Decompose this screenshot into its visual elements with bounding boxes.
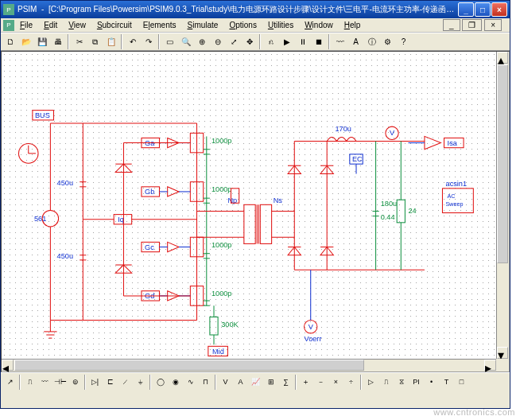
stop-button[interactable]: ⏹: [311, 34, 326, 49]
inductor-icon: 170u: [327, 125, 356, 141]
svg-text:V: V: [390, 129, 395, 137]
menu-file[interactable]: FFileile: [14, 20, 38, 30]
isrc-tool[interactable]: ◉: [168, 375, 183, 390]
svg-text:Gb: Gb: [145, 188, 154, 196]
pi-tool[interactable]: PI: [409, 375, 424, 390]
outer-title-text: PSIM - [C:\Program Files\Powersim\PSIM9.…: [17, 4, 458, 15]
pause-button[interactable]: ⏸: [295, 34, 310, 49]
diode-tool[interactable]: ▷|: [87, 375, 103, 390]
mdi-restore-button[interactable]: ❐: [462, 19, 482, 31]
cut-button[interactable]: ✂: [72, 34, 87, 49]
run-button[interactable]: ▶: [279, 34, 294, 49]
mul-tool[interactable]: ×: [328, 375, 343, 390]
scope-tool[interactable]: 📈: [248, 375, 263, 390]
node-tool[interactable]: •: [424, 375, 439, 390]
c-in-bot: 450u: [57, 252, 73, 260]
c-sw-d: 1000p: [211, 290, 232, 298]
gain-tool[interactable]: ▷: [363, 375, 378, 390]
add-tool[interactable]: ＋: [298, 375, 313, 390]
gate-b: Gb: [142, 187, 190, 196]
maximize-button[interactable]: □: [475, 2, 491, 17]
hscroll-thumb[interactable]: [14, 360, 364, 371]
limiter-tool[interactable]: ⎍: [378, 375, 394, 390]
vsrc-tool[interactable]: ◯: [153, 375, 168, 390]
arrow-tool[interactable]: ↗: [2, 375, 17, 390]
wire-button[interactable]: ⎌: [263, 34, 278, 49]
menu-elements[interactable]: Elements: [138, 20, 182, 30]
c-sw-a: 1000p: [211, 137, 232, 145]
transformer-tool[interactable]: ⊚: [68, 375, 83, 390]
svg-marker-21: [168, 187, 179, 196]
scroll-down-button[interactable]: ▾: [497, 347, 508, 359]
separator: [149, 375, 151, 390]
text-button[interactable]: A: [348, 34, 363, 49]
menu-help[interactable]: Help: [339, 20, 367, 30]
svg-text:AC: AC: [448, 193, 456, 200]
control-tool[interactable]: ⊞: [263, 375, 278, 390]
capacitor-tool[interactable]: ⊣⊢: [52, 375, 68, 390]
mosfet-tool[interactable]: ⊏: [103, 375, 118, 390]
resistor-tool[interactable]: ⎍: [22, 375, 37, 390]
copy-button[interactable]: ⧉: [87, 34, 103, 49]
drag-button[interactable]: ✥: [242, 34, 257, 49]
help-button[interactable]: ?: [396, 34, 411, 49]
menu-simulate[interactable]: Simulate: [182, 20, 224, 30]
print-button[interactable]: 🖶: [50, 34, 65, 49]
label-tool[interactable]: T: [439, 375, 454, 390]
zoomin-button[interactable]: ⊕: [194, 34, 209, 49]
vprobe-tool[interactable]: V: [218, 375, 233, 390]
vertical-scrollbar[interactable]: ▴ ▾: [496, 52, 509, 359]
close-button[interactable]: ×: [491, 2, 507, 17]
separator: [259, 34, 261, 49]
redo-button[interactable]: ↷: [141, 34, 156, 49]
voerr-label: Voerr: [305, 335, 322, 343]
sub-tool[interactable]: －: [313, 375, 328, 390]
schematic-canvas[interactable]: BUS 561 450u 450u: [2, 52, 496, 359]
zoomfit-button[interactable]: ⤢: [226, 34, 241, 49]
r-load: 24: [408, 207, 416, 215]
separator: [295, 375, 297, 390]
menu-utilities[interactable]: Utilities: [262, 20, 299, 30]
inductor-tool[interactable]: 〰: [37, 375, 52, 390]
mdi-minimize-button[interactable]: _: [443, 19, 460, 31]
paste-button[interactable]: 📋: [103, 34, 118, 49]
menu-subcircuit[interactable]: Subcircuit: [91, 20, 138, 30]
menu-options[interactable]: Options: [223, 20, 262, 30]
zoomout-button[interactable]: ⊖: [210, 34, 225, 49]
menu-view[interactable]: View: [63, 20, 91, 30]
save-button[interactable]: 💾: [34, 34, 49, 49]
mdi-close-button[interactable]: ×: [484, 19, 502, 31]
ammeter-tool[interactable]: A: [233, 375, 248, 390]
separator: [84, 375, 86, 390]
new-button[interactable]: 🗋: [2, 34, 17, 49]
ground-tool[interactable]: ⏚: [133, 375, 148, 390]
wave-button[interactable]: 〰: [332, 34, 347, 49]
watermark: www.cntronics.com: [433, 407, 515, 417]
sine-tool[interactable]: ∿: [183, 375, 198, 390]
open-button[interactable]: 📂: [18, 34, 33, 49]
menu-edit[interactable]: Edit: [38, 20, 63, 30]
vscroll-thumb[interactable]: [497, 64, 508, 263]
horizontal-scrollbar[interactable]: ◂ ▸: [2, 359, 496, 371]
info-button[interactable]: ⓘ: [364, 34, 379, 49]
zoomwin-button[interactable]: 🔍: [178, 34, 193, 49]
scroll-up-button[interactable]: ▴: [497, 52, 508, 64]
cfg-button[interactable]: ⚙: [380, 34, 395, 49]
scroll-left-button[interactable]: ◂: [2, 360, 14, 371]
minimize-button[interactable]: _: [458, 2, 474, 17]
svg-text:170u: 170u: [335, 125, 351, 133]
math-tool[interactable]: ∑: [278, 375, 293, 390]
svg-text:Iq: Iq: [118, 216, 124, 224]
select-button[interactable]: ▭: [162, 34, 177, 49]
vsrc-value: 561: [34, 215, 46, 223]
div-tool[interactable]: ÷: [343, 375, 359, 390]
separator: [19, 375, 21, 390]
undo-button[interactable]: ↶: [125, 34, 140, 49]
subckt-tool[interactable]: □: [454, 375, 469, 390]
scroll-right-button[interactable]: ▸: [484, 360, 496, 371]
switch-tool[interactable]: ⟋: [118, 375, 133, 390]
pulse-tool[interactable]: ⊓: [198, 375, 213, 390]
menu-window[interactable]: Window: [299, 20, 339, 30]
delay-tool[interactable]: ⧖: [394, 375, 409, 390]
gate-c: Gc: [142, 242, 190, 251]
